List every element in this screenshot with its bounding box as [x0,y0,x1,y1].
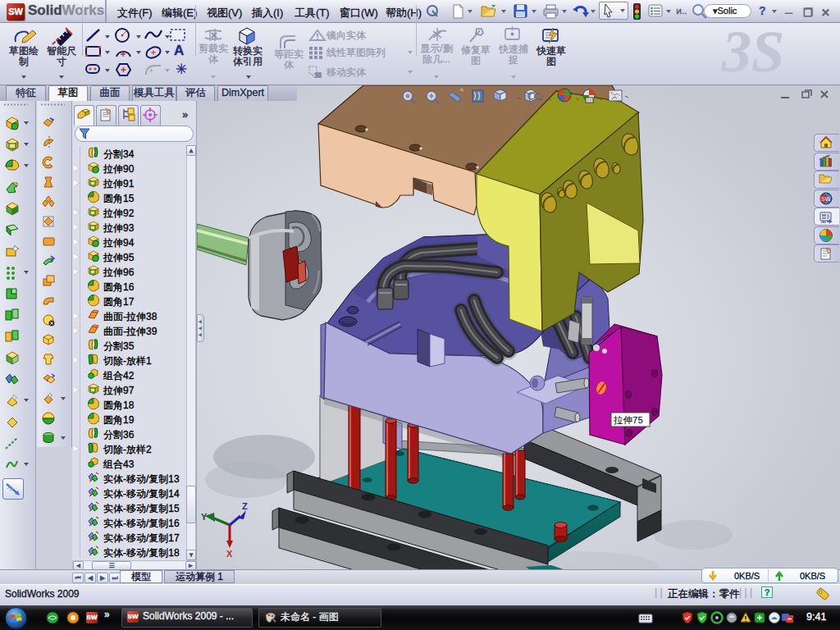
svg-text:SW: SW [821,196,831,202]
svg-text:Y: Y [201,512,208,522]
svg-text:拉伸75: 拉伸75 [613,415,643,425]
svg-text:Z: Z [242,501,248,511]
svg-text:X: X [226,549,233,559]
